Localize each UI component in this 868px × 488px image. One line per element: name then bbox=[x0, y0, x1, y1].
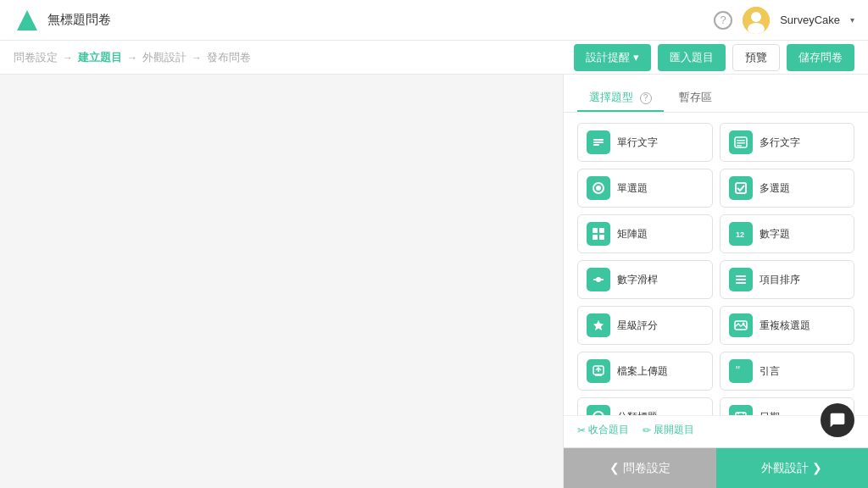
q-type-icon-matrix bbox=[587, 222, 610, 246]
q-type-icon-ranking bbox=[729, 268, 753, 291]
back-button[interactable]: ❮ 問卷設定 bbox=[564, 448, 716, 488]
svg-point-12 bbox=[596, 186, 601, 191]
svg-rect-10 bbox=[737, 145, 742, 147]
q-type-label-image-choice: 重複核選題 bbox=[760, 319, 810, 333]
svg-rect-8 bbox=[737, 140, 745, 141]
breadcrumb-arrow-3: → bbox=[192, 52, 202, 64]
q-type-icon-quote: " bbox=[729, 359, 753, 383]
svg-rect-16 bbox=[593, 235, 598, 240]
q-type-icon-slider bbox=[587, 268, 610, 291]
svg-rect-23 bbox=[736, 282, 746, 284]
q-type-label-multi-choice: 多選題 bbox=[760, 181, 790, 196]
q-type-label-single-text: 單行文字 bbox=[617, 136, 658, 150]
svg-rect-15 bbox=[599, 228, 604, 233]
avatar bbox=[743, 7, 770, 34]
breadcrumb-item-settings[interactable]: 問卷設定 bbox=[14, 50, 58, 65]
design-tips-button[interactable]: 設計提醒 ▾ bbox=[574, 44, 651, 71]
canvas-area bbox=[0, 75, 563, 488]
breadcrumb: 問卷設定 → 建立題目 → 外觀設計 → 發布問卷 設計提醒 ▾ 匯入題目 預覽… bbox=[0, 41, 868, 75]
svg-point-20 bbox=[596, 277, 601, 282]
svg-rect-4 bbox=[593, 139, 604, 141]
logo-icon bbox=[14, 7, 41, 34]
q-type-label-multi-text: 多行文字 bbox=[760, 136, 800, 150]
svg-rect-13 bbox=[736, 183, 746, 193]
q-type-ranking[interactable]: 項目排序 bbox=[720, 260, 855, 299]
q-type-file-upload[interactable]: 檔案上傳題 bbox=[577, 352, 713, 391]
expand-button[interactable]: ✏ 展開題目 bbox=[643, 423, 694, 437]
collapse-button[interactable]: ✂ 收合題目 bbox=[577, 423, 629, 437]
svg-rect-6 bbox=[593, 144, 599, 146]
q-type-icon-date bbox=[729, 405, 753, 415]
q-type-label-slider: 數字滑桿 bbox=[617, 273, 658, 287]
q-type-label-star-rating: 星級評分 bbox=[617, 319, 658, 333]
chat-bubble[interactable] bbox=[821, 403, 854, 437]
logo-area: 無標題問卷 bbox=[14, 7, 111, 34]
user-dropdown-icon[interactable]: ▾ bbox=[850, 15, 854, 25]
q-type-icon-image-choice bbox=[729, 313, 753, 337]
chat-icon bbox=[829, 412, 846, 429]
q-type-slider[interactable]: 數字滑桿 bbox=[577, 260, 713, 299]
q-type-matrix[interactable]: 矩陣題 bbox=[577, 214, 713, 253]
svg-text:12: 12 bbox=[736, 230, 744, 239]
header-right: ? SurveyCake ▾ bbox=[714, 7, 854, 34]
breadcrumb-item-publish[interactable]: 發布問卷 bbox=[207, 50, 251, 65]
q-type-number[interactable]: 12數字題 bbox=[720, 214, 855, 253]
q-type-label-number: 數字題 bbox=[760, 227, 790, 241]
svg-rect-9 bbox=[737, 142, 745, 144]
q-type-icon-number: 12 bbox=[729, 222, 753, 246]
q-type-label-matrix: 矩陣題 bbox=[617, 227, 648, 241]
q-type-single-text[interactable]: 單行文字 bbox=[577, 123, 713, 162]
breadcrumb-arrow-1: → bbox=[63, 52, 73, 64]
page-title: 無標題問卷 bbox=[47, 12, 111, 28]
next-button[interactable]: 外觀設計 ❯ bbox=[716, 448, 869, 488]
header: 無標題問卷 ? SurveyCake ▾ bbox=[0, 0, 868, 41]
breadcrumb-item-design[interactable]: 外觀設計 bbox=[142, 50, 186, 65]
help-icon[interactable]: ? bbox=[714, 11, 732, 30]
q-type-multi-text[interactable]: 多行文字 bbox=[720, 123, 855, 162]
svg-rect-5 bbox=[593, 141, 604, 143]
main-layout: 選擇題型 ? 暫存區 單行文字多行文字單選題多選題矩陣題12數字題數字滑桿項目排… bbox=[0, 75, 868, 488]
q-type-icon-multi-text bbox=[729, 130, 753, 154]
user-name: SurveyCake bbox=[780, 14, 840, 26]
tab-temp[interactable]: 暫存區 bbox=[667, 85, 724, 112]
q-type-label-ranking: 項目排序 bbox=[760, 273, 800, 287]
q-type-single-choice[interactable]: 單選題 bbox=[577, 169, 713, 208]
q-type-star-rating[interactable]: 星級評分 bbox=[577, 306, 713, 345]
q-type-branch[interactable]: @分類標題 bbox=[577, 397, 713, 415]
save-button[interactable]: 儲存問卷 bbox=[787, 44, 854, 71]
question-type-grid: 單行文字多行文字單選題多選題矩陣題12數字題數字滑桿項目排序星級評分重複核選題檔… bbox=[564, 113, 868, 415]
tab-question-type[interactable]: 選擇題型 ? bbox=[577, 85, 664, 112]
q-type-quote[interactable]: "引言 bbox=[720, 352, 855, 391]
q-type-image-choice[interactable]: 重複核選題 bbox=[720, 306, 855, 345]
svg-rect-14 bbox=[593, 228, 598, 233]
q-type-label-quote: 引言 bbox=[760, 364, 780, 379]
svg-rect-21 bbox=[736, 275, 746, 277]
q-type-icon-single-choice bbox=[587, 176, 610, 200]
panel-tabs: 選擇題型 ? 暫存區 bbox=[564, 75, 868, 113]
q-type-label-file-upload: 檔案上傳題 bbox=[617, 364, 668, 379]
q-type-icon-branch: @ bbox=[587, 405, 610, 415]
q-type-icon-star-rating bbox=[587, 313, 610, 337]
breadcrumb-actions: 設計提醒 ▾ 匯入題目 預覽 儲存問卷 bbox=[574, 44, 854, 71]
import-button[interactable]: 匯入題目 bbox=[658, 44, 726, 71]
svg-rect-22 bbox=[736, 279, 746, 280]
q-type-icon-single-text bbox=[587, 130, 610, 154]
svg-marker-0 bbox=[17, 10, 37, 30]
q-type-icon-file-upload bbox=[587, 359, 610, 383]
breadcrumb-item-build[interactable]: 建立題目 bbox=[78, 50, 122, 65]
svg-point-26 bbox=[742, 323, 744, 325]
breadcrumb-arrow-2: → bbox=[127, 52, 137, 64]
q-type-multi-choice[interactable]: 多選題 bbox=[720, 169, 855, 208]
svg-text:": " bbox=[736, 364, 740, 377]
bottom-bar: ❮ 問卷設定 外觀設計 ❯ bbox=[564, 447, 868, 488]
q-type-icon-multi-choice bbox=[729, 176, 753, 200]
tab-hint-icon: ? bbox=[640, 92, 652, 104]
svg-point-2 bbox=[751, 12, 761, 22]
svg-rect-17 bbox=[599, 235, 604, 240]
svg-marker-24 bbox=[593, 320, 604, 330]
preview-button[interactable]: 預覽 bbox=[732, 44, 780, 71]
q-type-label-single-choice: 單選題 bbox=[617, 181, 648, 196]
